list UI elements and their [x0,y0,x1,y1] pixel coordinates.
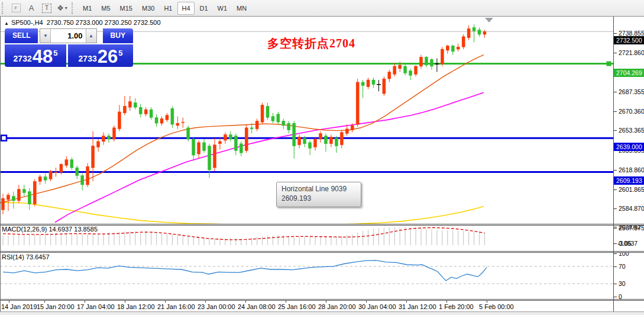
macd-panel: MACD(12,26,9) 14.6937 13.8585 [0,225,613,251]
price-axis-chip: 2732.500 [614,36,644,44]
macd-axis-tick [614,243,617,244]
price-axis-label: 2738.855 [619,30,644,37]
volume-decrease-button[interactable]: ▼ [40,29,51,43]
price-axis-tick [614,208,617,209]
price-axis-tick [614,130,617,131]
tooltip-line2: 2609.193 [281,194,361,203]
price-axis-tick [614,111,617,112]
sell-price-button[interactable]: 2732 48 5 [5,44,66,67]
price-axis-chip: 2704.269 [614,69,644,77]
top-toolbar: F A T ❖ ▾ M1M5M15M30H1H4D1W1MN [0,0,644,17]
time-axis-label: 25 Jan 16:00 [278,303,316,310]
timeframe-group: M1M5M15M30H1H4D1W1MN [78,2,251,15]
macd-legend: MACD(12,26,9) 14.6937 13.8585 [2,226,98,233]
tooltip-line1: Horizontal Line 9039 [281,184,361,194]
text-label-icon[interactable]: A [24,1,38,15]
one-click-trading-panel: SELL ▼ 1.00 ▲ BUY 2732 48 5 2733 26 5 [5,28,133,67]
time-axis-label: 17 Jan 04:00 [77,303,115,310]
price-axis-tick [614,33,617,34]
arrow-objects-icon[interactable]: ❖ ▾ [55,1,69,15]
axis-border [613,17,614,311]
time-axis-label: 31 Jan 12:00 [399,303,436,310]
price-axis: 2738.8552721.8602687.3552670.3602653.365… [614,17,644,311]
timeframe-button-M1[interactable]: M1 [79,2,96,15]
timeframe-button-W1[interactable]: W1 [213,2,232,15]
toolbar-grip[interactable] [72,2,76,14]
main-chart-panel[interactable]: ▲SP500-,H4 2730.750 2733.000 2730.250 27… [0,17,613,224]
rsi-axis-label: 30 [619,280,626,287]
price-axis-label: 2601.865 [619,186,644,193]
timeframe-button-M5[interactable]: M5 [97,2,114,15]
macd-axis-min: 0.0637 [619,240,637,247]
dropdown-caret-icon: ▾ [65,5,67,11]
price-axis-tick [614,228,617,229]
timeframe-button-H4[interactable]: H4 [177,2,194,15]
buy-price-button[interactable]: 2733 26 5 [68,44,133,67]
rsi-canvas [0,253,613,299]
time-axis: 14 Jan 201915 Jan 20:0017 Jan 04:0018 Ja… [0,300,644,311]
timeframe-button-MN[interactable]: MN [232,2,251,15]
buy-button[interactable]: BUY [103,28,133,43]
time-axis-label: 1 Feb 20:00 [439,303,474,310]
chart-annotation: 多空转折点2704 [267,36,355,52]
text-box-icon[interactable]: T [40,1,54,15]
rsi-axis-tick [614,297,617,297]
rsi-panel: RSI(14) 73.6457 [0,253,613,299]
macd-axis-tick [614,227,617,227]
panel-separator[interactable] [0,251,644,253]
ohlc-values: 2730.750 2733.000 2730.250 2732.500 [47,19,161,26]
chart-title: ▲SP500-,H4 2730.750 2733.000 2730.250 27… [4,19,161,26]
rsi-axis-tick [614,284,617,284]
rsi-axis-tick [614,266,617,267]
time-axis-label: 18 Jan 12:00 [117,303,155,310]
collapse-arrow-icon[interactable]: ▲ [4,21,9,26]
time-axis-label: 21 Jan 16:00 [157,303,195,310]
chart-left-border [0,17,1,311]
line-handle [1,136,7,141]
time-axis-label: 30 Jan 04:00 [358,303,396,310]
moving-average [0,55,484,203]
chart-shift-icon[interactable]: F [9,1,23,15]
price-axis-tick [614,189,617,190]
moving-average [0,202,484,224]
timeframe-button-H1[interactable]: H1 [160,2,176,15]
price-axis-chip: 2639.000 [614,143,644,151]
rsi-line [3,261,487,281]
rsi-axis-label: 70 [619,263,626,270]
price-axis-label: 2618.860 [619,166,644,173]
bottom-strip [0,311,644,315]
panel-separator[interactable] [0,299,644,301]
time-axis-label: 23 Jan 00:00 [198,303,235,310]
mt4-window: { "toolbar": { "icons": [ {"name": "char… [0,0,644,315]
price-axis-label: 2721.860 [619,49,644,56]
volume-increase-button[interactable]: ▲ [86,29,96,43]
panel-separator[interactable] [0,224,644,226]
rsi-axis-tick [614,253,617,254]
rsi-legend: RSI(14) 73.6457 [2,253,50,261]
toolbar-grip[interactable] [2,2,7,14]
timeframe-button-M30[interactable]: M30 [138,2,158,15]
price-axis-tick [614,53,617,53]
volume-value[interactable]: 1.00 [51,29,85,43]
price-axis-label: 2584.870 [619,205,644,212]
time-axis-label: 5 Feb 00:00 [479,303,514,310]
price-axis-chip: 2609.193 [614,176,644,185]
line-handle [607,62,611,66]
price-axis-tick [614,92,617,92]
price-axis-label: 2687.355 [619,88,644,95]
time-axis-label: 28 Jan 20:00 [318,303,356,310]
price-axis-label: 2653.365 [619,127,644,134]
symbol-period: SP500-,H4 [11,19,43,26]
object-tooltip: Horizontal Line 9039 2609.193 [276,182,361,207]
time-axis-label: 15 Jan 20:00 [37,303,75,310]
sell-button[interactable]: SELL [5,28,38,43]
volume-stepper: ▼ 1.00 ▲ [40,28,96,43]
timeframe-button-D1[interactable]: D1 [196,2,212,15]
time-axis-label: 24 Jan 08:00 [238,303,276,310]
timeframe-button-M15[interactable]: M15 [116,2,137,15]
time-axis-label: 14 Jan 2019 [1,303,37,310]
price-axis-tick [614,170,617,171]
price-axis-label: 2670.360 [619,108,644,115]
gray-arrow-marker [485,18,493,22]
